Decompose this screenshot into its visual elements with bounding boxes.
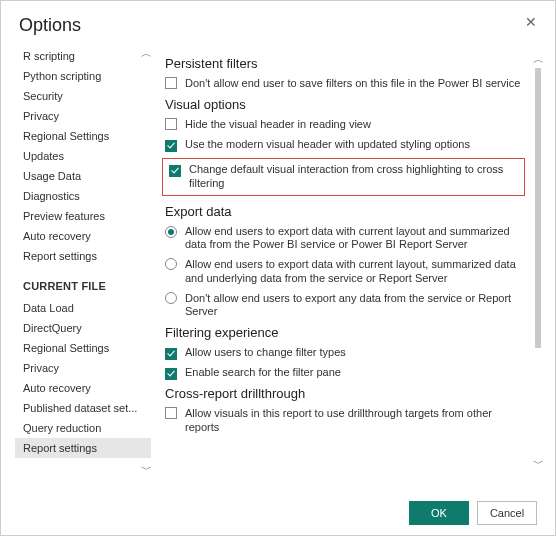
radio-export-0[interactable] (165, 226, 177, 238)
checkbox-persistent-filters[interactable] (165, 77, 177, 89)
main-scrollbar[interactable]: ︿ ﹀ (533, 52, 543, 470)
label-export-2: Don't allow end users to export any data… (185, 292, 525, 320)
label-cross-report-drillthrough: Allow visuals in this report to use dril… (185, 407, 525, 435)
dialog-title: Options (19, 15, 81, 36)
sidebar-heading-current-file: CURRENT FILE (15, 266, 151, 298)
checkbox-cross-filtering[interactable] (169, 165, 181, 177)
sidebar-item-global-0[interactable]: R scripting (15, 46, 151, 66)
sidebar-item-global-5[interactable]: Updates (15, 146, 151, 166)
sidebar-item-current-4[interactable]: Auto recovery (15, 378, 151, 398)
label-search-filter-pane: Enable search for the filter pane (185, 366, 525, 380)
options-sidebar: R scriptingPython scriptingSecurityPriva… (15, 46, 153, 476)
ok-button[interactable]: OK (409, 501, 469, 525)
radio-export-2[interactable] (165, 292, 177, 304)
sidebar-item-global-10[interactable]: Report settings (15, 246, 151, 266)
section-cross-report-drillthrough: Cross-report drillthrough (165, 386, 525, 401)
chevron-down-icon[interactable]: ﹀ (531, 456, 545, 470)
sidebar-item-global-9[interactable]: Auto recovery (15, 226, 151, 246)
sidebar-item-global-2[interactable]: Security (15, 86, 151, 106)
label-cross-filtering: Change default visual interaction from c… (189, 163, 518, 191)
sidebar-item-current-2[interactable]: Regional Settings (15, 338, 151, 358)
sidebar-scrollbar[interactable]: ︿ ﹀ (139, 46, 153, 476)
sidebar-item-global-4[interactable]: Regional Settings (15, 126, 151, 146)
sidebar-item-global-7[interactable]: Diagnostics (15, 186, 151, 206)
label-hide-visual-header: Hide the visual header in reading view (185, 118, 525, 132)
sidebar-item-current-3[interactable]: Privacy (15, 358, 151, 378)
highlight-cross-filtering: Change default visual interaction from c… (162, 158, 525, 196)
section-persistent-filters: Persistent filters (165, 56, 525, 71)
scrollbar-thumb[interactable] (535, 68, 541, 348)
label-change-filter-types: Allow users to change filter types (185, 346, 525, 360)
options-main-panel: Persistent filters Don't allow end user … (153, 46, 545, 476)
section-export-data: Export data (165, 204, 525, 219)
checkbox-change-filter-types[interactable] (165, 348, 177, 360)
sidebar-item-current-6[interactable]: Query reduction (15, 418, 151, 438)
cancel-button[interactable]: Cancel (477, 501, 537, 525)
checkbox-cross-report-drillthrough[interactable] (165, 407, 177, 419)
label-persistent-filters: Don't allow end user to save filters on … (185, 77, 525, 91)
sidebar-item-global-8[interactable]: Preview features (15, 206, 151, 226)
checkbox-modern-visual-header[interactable] (165, 140, 177, 152)
checkbox-search-filter-pane[interactable] (165, 368, 177, 380)
chevron-up-icon[interactable]: ︿ (139, 46, 153, 60)
sidebar-item-current-1[interactable]: DirectQuery (15, 318, 151, 338)
sidebar-item-current-5[interactable]: Published dataset set... (15, 398, 151, 418)
checkbox-hide-visual-header[interactable] (165, 118, 177, 130)
sidebar-item-global-3[interactable]: Privacy (15, 106, 151, 126)
label-export-0: Allow end users to export data with curr… (185, 225, 525, 253)
sidebar-item-global-6[interactable]: Usage Data (15, 166, 151, 186)
section-visual-options: Visual options (165, 97, 525, 112)
section-filtering-experience: Filtering experience (165, 325, 525, 340)
sidebar-item-current-7[interactable]: Report settings (15, 438, 151, 458)
chevron-up-icon[interactable]: ︿ (531, 52, 545, 66)
sidebar-item-current-0[interactable]: Data Load (15, 298, 151, 318)
radio-export-1[interactable] (165, 258, 177, 270)
chevron-down-icon[interactable]: ﹀ (139, 462, 153, 476)
label-modern-visual-header: Use the modern visual header with update… (185, 138, 525, 152)
close-icon[interactable]: ✕ (525, 15, 537, 29)
label-export-1: Allow end users to export data with curr… (185, 258, 525, 286)
sidebar-item-global-1[interactable]: Python scripting (15, 66, 151, 86)
